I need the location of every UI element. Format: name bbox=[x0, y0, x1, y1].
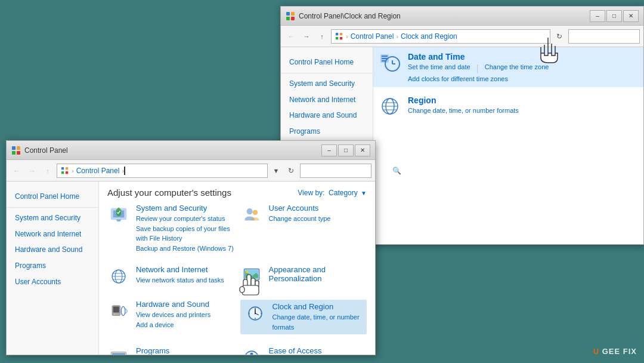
cp-forward-button[interactable]: → bbox=[26, 164, 39, 177]
cp-titlebar: Control Panel – □ ✕ bbox=[7, 141, 375, 160]
hardware-sound-text: Hardware and Sound View devices and prin… bbox=[136, 300, 234, 330]
breadcrumb-control-panel[interactable]: Control Panel bbox=[351, 32, 394, 41]
user-accounts-title[interactable]: User Accounts bbox=[269, 204, 367, 213]
network-internet-sub1[interactable]: View network status and tasks bbox=[136, 275, 234, 285]
set-time-link[interactable]: Set the time and date bbox=[408, 63, 470, 74]
svg-rect-26 bbox=[61, 171, 64, 173]
date-time-text: Date and Time Set the time and date | Ch… bbox=[408, 52, 549, 82]
svg-point-30 bbox=[246, 208, 252, 214]
clock-region-addressbar: ← → ↑ › Control Panel › Clock and Region bbox=[281, 26, 643, 47]
view-by: View by: Category ▼ bbox=[298, 189, 367, 197]
region-title[interactable]: Region bbox=[408, 96, 519, 105]
svg-rect-20 bbox=[12, 146, 16, 150]
svg-point-60 bbox=[250, 353, 253, 355]
svg-point-31 bbox=[252, 210, 257, 215]
svg-rect-23 bbox=[17, 151, 20, 155]
svg-rect-3 bbox=[291, 17, 295, 20]
forward-button[interactable]: → bbox=[300, 30, 313, 43]
clock-region-cat-title[interactable]: Clock and Region bbox=[273, 302, 364, 311]
cp-page-title: Adjust your computer's settings bbox=[107, 187, 231, 198]
clock-region-cat-sub1[interactable]: Change date, time, or number formats bbox=[273, 312, 364, 332]
cp-up-button[interactable]: ↑ bbox=[41, 164, 54, 177]
svg-rect-22 bbox=[12, 151, 16, 155]
cp-dropdown-btn[interactable]: ▼ bbox=[271, 164, 281, 177]
cp-nav-programs[interactable]: Programs bbox=[7, 258, 98, 274]
close-button[interactable]: ✕ bbox=[623, 10, 639, 22]
system-security-sub1[interactable]: Review your computer's status bbox=[136, 214, 234, 224]
hardware-sound-sub2[interactable]: Add a device bbox=[136, 320, 234, 330]
address-field[interactable]: › Control Panel › Clock and Region bbox=[331, 29, 550, 44]
user-accounts-sub1[interactable]: Change account type bbox=[269, 214, 367, 224]
refresh-button[interactable]: ↻ bbox=[553, 30, 566, 43]
nav-programs[interactable]: Programs bbox=[281, 124, 373, 140]
appearance-text: Appearance and Personalization bbox=[269, 265, 367, 284]
svg-rect-42 bbox=[113, 306, 119, 312]
cp-nav-network[interactable]: Network and Internet bbox=[7, 226, 98, 242]
ease-of-access-title[interactable]: Ease of Access bbox=[269, 346, 367, 355]
cp-breadcrumb-home[interactable]: Control Panel bbox=[76, 167, 120, 175]
hardware-sound-title[interactable]: Hardware and Sound bbox=[136, 300, 234, 309]
add-clocks-link[interactable]: Add clocks for different time zones bbox=[408, 75, 508, 82]
cp-refresh-button[interactable]: ↻ bbox=[284, 164, 298, 177]
breadcrumb: › Control Panel › Clock and Region bbox=[335, 32, 457, 41]
cp-main-content: Adjust your computer's settings View by:… bbox=[99, 182, 375, 355]
svg-rect-12 bbox=[382, 56, 388, 57]
programs-title[interactable]: Programs bbox=[136, 346, 234, 355]
hardware-sound-sub1[interactable]: View devices and printers bbox=[136, 310, 234, 320]
programs-item: Programs Uninstall a program bbox=[107, 346, 234, 355]
appearance-title[interactable]: Appearance and Personalization bbox=[269, 265, 367, 283]
categories-grid: System and Security Review your computer… bbox=[107, 204, 367, 355]
system-security-title[interactable]: System and Security bbox=[136, 204, 234, 213]
system-security-icon bbox=[107, 204, 130, 226]
nav-hardware-sound[interactable]: Hardware and Sound bbox=[281, 107, 373, 124]
cp-close-button[interactable]: ✕ bbox=[355, 144, 370, 156]
clock-region-cat-icon bbox=[244, 302, 267, 325]
svg-rect-25 bbox=[66, 167, 68, 169]
cursor-blink bbox=[124, 167, 125, 175]
up-button[interactable]: ↑ bbox=[315, 30, 329, 43]
cp-nav-system[interactable]: System and Security bbox=[7, 210, 98, 226]
view-by-dropdown[interactable]: Category ▼ bbox=[329, 189, 367, 197]
nav-divider bbox=[281, 73, 373, 73]
nav-system-security[interactable]: System and Security bbox=[281, 76, 373, 92]
breadcrumb-clock-region[interactable]: Clock and Region bbox=[401, 32, 457, 41]
cp-search-icon[interactable]: 🔍 bbox=[392, 167, 401, 175]
change-date-formats-link[interactable]: Change date, time, or number formats bbox=[408, 107, 519, 114]
change-timezone-link[interactable]: Change the time zone bbox=[485, 63, 549, 74]
search-input[interactable] bbox=[571, 32, 644, 41]
system-security-sub2[interactable]: Save backup copies of your files with Fi… bbox=[136, 224, 234, 244]
maximize-button[interactable]: □ bbox=[606, 10, 622, 22]
back-button[interactable]: ← bbox=[284, 30, 298, 43]
network-internet-title[interactable]: Network and Internet bbox=[136, 265, 234, 274]
date-time-title[interactable]: Date and Time bbox=[408, 52, 549, 61]
ease-of-access-text: Ease of Access Let Windows suggest setti… bbox=[269, 346, 367, 355]
cp-window-icon bbox=[11, 146, 21, 155]
system-security-text: System and Security Review your computer… bbox=[136, 204, 234, 253]
cp-search-input[interactable] bbox=[303, 167, 392, 175]
cp-maximize-button[interactable]: □ bbox=[338, 144, 354, 156]
minimize-button[interactable]: – bbox=[590, 10, 605, 22]
region-icon bbox=[379, 96, 401, 117]
hardware-sound-icon bbox=[107, 300, 130, 322]
svg-rect-4 bbox=[336, 32, 338, 35]
cp-window-title: Control Panel bbox=[24, 146, 321, 155]
cp-addressbar: ← → ↑ › Control Panel › ▼ bbox=[7, 160, 375, 182]
nav-network-internet[interactable]: Network and Internet bbox=[281, 92, 373, 108]
programs-icon bbox=[107, 346, 130, 355]
ease-of-access-item: Ease of Access Let Windows suggest setti… bbox=[240, 346, 367, 355]
svg-rect-0 bbox=[286, 12, 290, 16]
region-text: Region Change date, time, or number form… bbox=[408, 96, 519, 114]
search-box: 🔍 bbox=[568, 29, 640, 44]
cp-nav-hardware[interactable]: Hardware and Sound bbox=[7, 242, 98, 258]
cp-titlebar-controls: – □ ✕ bbox=[321, 144, 370, 156]
cp-back-button[interactable]: ← bbox=[10, 164, 23, 177]
cp-left-nav: Control Panel Home System and Security N… bbox=[7, 182, 99, 355]
date-time-links2: Add clocks for different time zones bbox=[408, 75, 549, 82]
cp-nav-home[interactable]: Control Panel Home bbox=[7, 189, 98, 205]
cp-address-field[interactable]: › Control Panel › bbox=[57, 164, 268, 178]
cp-minimize-button[interactable]: – bbox=[321, 144, 337, 156]
system-security-sub3[interactable]: Backup and Restore (Windows 7) bbox=[136, 244, 234, 254]
nav-control-panel-home[interactable]: Control Panel Home bbox=[281, 54, 373, 70]
cp-nav-user-accounts[interactable]: User Accounts bbox=[7, 274, 98, 290]
programs-text: Programs Uninstall a program bbox=[136, 346, 234, 355]
